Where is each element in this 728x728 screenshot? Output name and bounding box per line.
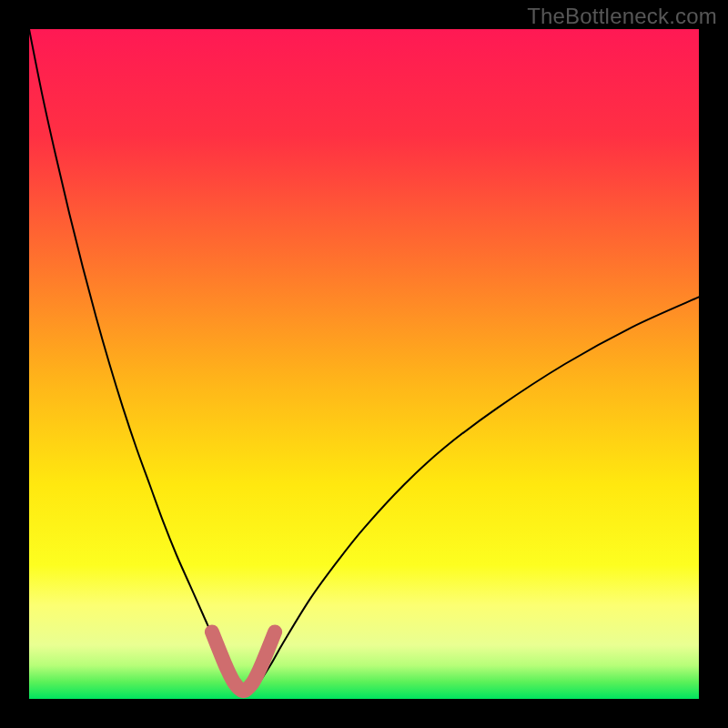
plot-area bbox=[29, 29, 699, 699]
watermark-text: TheBottleneck.com bbox=[527, 4, 717, 29]
chart-frame: TheBottleneck.com bbox=[0, 0, 728, 728]
chart-svg bbox=[29, 29, 699, 699]
gradient-background bbox=[29, 29, 699, 699]
